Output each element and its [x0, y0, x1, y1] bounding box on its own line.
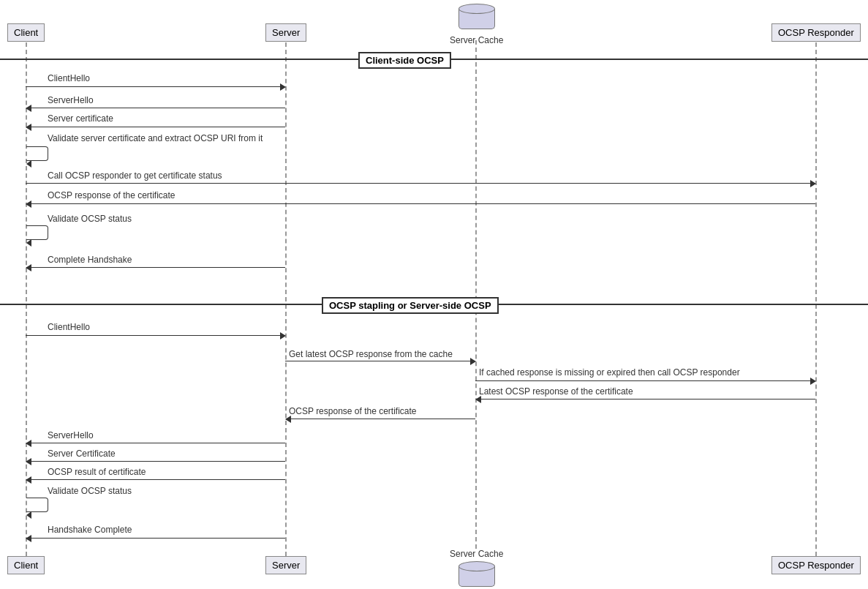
server-actor-top: Server: [265, 23, 306, 42]
client-actor-bottom: Client: [7, 556, 45, 574]
client-lifeline: [26, 42, 27, 571]
ocsp-responder-actor-top: OCSP Responder: [771, 23, 861, 42]
client-actor-top: Client: [7, 23, 45, 42]
server-cache-bottom: Server Cache: [450, 547, 503, 589]
server-lifeline: [285, 42, 287, 571]
ocsp-responder-actor-bottom: OCSP Responder: [771, 556, 861, 574]
server-actor-bottom: Server: [265, 556, 306, 574]
sequence-diagram: Client Server OCSP Responder Server Cach…: [0, 0, 868, 589]
server-cache-top: Server Cache: [450, 4, 503, 45]
section2-label: OCSP stapling or Server-side OCSP: [322, 297, 499, 314]
section1-label: Client-side OCSP: [358, 52, 451, 69]
server-cache-lifeline: [475, 40, 477, 549]
ocsp-responder-lifeline: [815, 42, 817, 571]
